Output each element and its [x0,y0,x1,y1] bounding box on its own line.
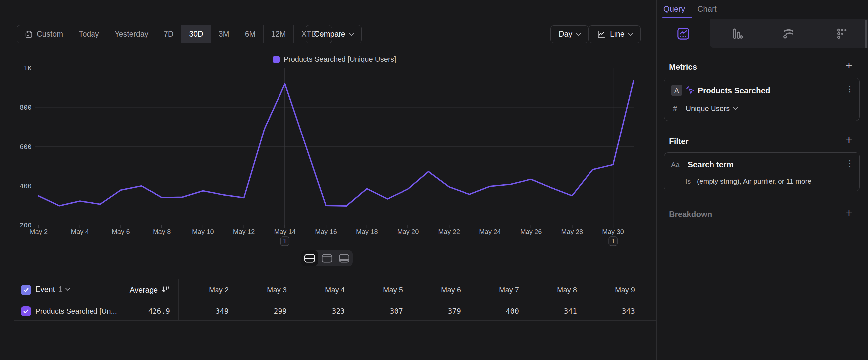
range-button-3m[interactable]: 3M [211,25,237,43]
date-value-cell: 379 [403,307,461,315]
aggregation-label: Unique Users [686,104,730,113]
sort-descending-icon[interactable] [161,285,170,295]
aggregation-selector[interactable]: Unique Users [686,104,737,113]
funnels-tab[interactable] [710,19,762,48]
table-header-divider [14,301,656,301]
metric-card[interactable]: A Products Searched ⋮ # Unique Users [664,78,860,121]
line-chart[interactable]: 1K800600400200May 2May 4May 6May 8May 10… [0,53,656,262]
series-name-cell[interactable]: Products Searched [Un... [35,307,117,315]
retention-dots-icon [835,27,848,40]
chart-type-dropdown[interactable]: Line [589,25,641,43]
checkmark-icon [23,286,29,293]
date-column-header[interactable]: May 8 [519,286,577,294]
x-axis-label: May 4 [71,228,89,236]
add-filter-button[interactable]: + [844,135,854,145]
metric-event-name[interactable]: Products Searched [698,86,770,95]
chevron-down-icon [576,31,581,36]
select-all-checkbox[interactable] [21,285,31,295]
line-chart-icon [597,30,606,38]
tab-query[interactable]: Query [663,4,685,13]
chart-type-label: Line [610,30,624,38]
range-label: 30D [189,30,203,38]
x-axis-label: May 28 [561,228,583,236]
filter-value[interactable]: (empty string), Air purifier, or 11 more [697,177,811,185]
event-column-header[interactable]: Event 1 [35,285,70,294]
insights-tab[interactable] [657,19,710,48]
series-checkbox[interactable] [21,306,31,316]
filter-options-menu[interactable]: ⋮ [846,159,854,168]
add-breakdown-button[interactable]: + [844,207,854,218]
range-button-6m[interactable]: 6M [237,25,263,43]
filter-operator[interactable]: Is [685,177,691,185]
date-value-cell: 299 [229,307,287,315]
date-column-header[interactable]: May 4 [287,286,345,294]
date-value-cell: 349 [171,307,229,315]
annotation-badge-label: 1 [611,238,615,245]
chevron-down-icon [349,31,354,36]
range-label: 6M [245,30,256,38]
metric-options-menu[interactable]: ⋮ [846,85,854,93]
date-value-cell: 341 [519,307,577,315]
bar-chart-icon [730,27,743,40]
analysis-type-tabs [657,19,868,48]
date-column-header[interactable]: May 3 [229,286,287,294]
x-axis-label: May 20 [397,228,419,236]
y-axis-label: 600 [20,143,31,151]
active-tab-underline [662,17,692,18]
table-only-icon [339,254,350,263]
series-line[interactable] [39,81,633,206]
compare-button[interactable]: Compare [306,25,362,43]
retention-tab[interactable] [815,19,868,48]
metrics-section-header: Metrics [669,62,697,72]
date-value-cell: 307 [345,307,403,315]
range-label: 12M [271,30,286,38]
range-button-12m[interactable]: 12M [263,25,294,43]
chart-only-view-button[interactable] [318,250,335,266]
date-column-header[interactable]: May 2 [171,286,229,294]
range-label: 7D [164,30,174,38]
range-button-yesterday[interactable]: Yesterday [107,25,156,43]
range-label: Yesterday [115,30,148,38]
x-axis-label: May 8 [153,228,171,236]
x-axis-label: May 22 [438,228,460,236]
breakdown-section-header: Breakdown [669,210,712,219]
average-value-cell: 426.9 [112,307,170,315]
tab-chart[interactable]: Chart [697,4,717,13]
date-column-header[interactable]: May 6 [403,286,461,294]
granularity-dropdown[interactable]: Day [550,25,589,43]
add-metric-button[interactable]: + [844,60,854,71]
view-toggle [301,250,353,266]
y-axis-label: 400 [20,182,31,190]
y-axis-label: 800 [20,103,31,111]
range-button-today[interactable]: Today [71,25,106,43]
scrollbar-thumb[interactable] [865,20,867,48]
x-axis-label: May 14 [274,228,296,236]
flows-icon [782,27,796,40]
granularity-label: Day [559,30,572,38]
date-column-header[interactable]: May 7 [461,286,519,294]
x-axis-label: May 18 [356,228,378,236]
range-button-7d[interactable]: 7D [156,25,181,43]
average-column-header[interactable]: Average [99,286,158,295]
split-view-icon [304,254,315,263]
chevron-down-icon [65,285,70,290]
chevron-down-icon [628,31,633,36]
range-button-custom[interactable]: Custom [17,25,71,43]
table-only-view-button[interactable] [336,250,353,266]
event-count: 1 [58,285,63,294]
checkmark-icon [23,308,29,314]
calendar-icon [25,30,33,38]
report-main-area: CustomTodayYesterday7D30D3M6M12MXTD Comp… [0,0,656,360]
event-click-icon [686,86,695,95]
x-axis-label: May 6 [112,228,130,236]
range-button-30d[interactable]: 30D [181,25,211,43]
filter-section-header: Filter [669,137,689,146]
query-builder-sidebar: Query Chart [656,0,868,360]
date-value-cell: 400 [461,307,519,315]
flows-tab[interactable] [762,19,815,48]
split-view-button[interactable] [301,250,318,266]
date-column-header[interactable]: May 9 [577,286,635,294]
filter-card[interactable]: Aa Search term ⋮ Is (empty string), Air … [664,153,860,191]
filter-property-name[interactable]: Search term [688,160,734,169]
date-column-header[interactable]: May 5 [345,286,403,294]
